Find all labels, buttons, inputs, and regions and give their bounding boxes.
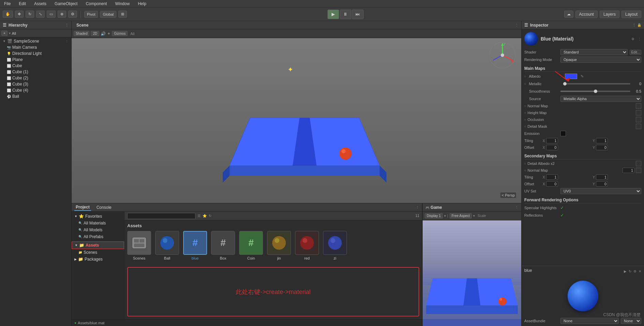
hier-cube[interactable]: ⬜ Cube — [4, 63, 71, 69]
transform-tool-btn[interactable]: ⊕ — [58, 11, 66, 18]
favorites-item[interactable]: ▼ ⭐ Favorites — [72, 213, 124, 220]
project-panel-options[interactable]: ⋮ — [416, 205, 419, 209]
all-models-item[interactable]: 🔍 All Models — [76, 227, 124, 233]
hierarchy-content[interactable]: ▼ 🎬 SampleScene ⋮ 📷 Main Camera 💡 Direct… — [0, 37, 71, 326]
source-select[interactable]: Metallic Alpha — [560, 96, 641, 102]
asset-blue[interactable]: # blue — [183, 231, 207, 260]
hierarchy-add-btn[interactable]: + — [1, 31, 8, 36]
hier-ball[interactable]: ⚽ Ball — [4, 93, 71, 99]
sec-offset-y-input[interactable] — [596, 181, 608, 187]
filter-btn[interactable]: ⭐ — [203, 214, 207, 218]
custom-tool-btn[interactable]: ⚙ — [68, 11, 77, 18]
asset-zi[interactable]: zi — [323, 231, 347, 260]
hier-plane[interactable]: ⬜ Plane — [4, 57, 71, 63]
scene-panel-options[interactable]: ⋮ — [515, 23, 518, 27]
asset-red[interactable]: red — [295, 231, 319, 260]
asset-box[interactable]: # Box — [211, 231, 235, 260]
metallic-slider-track[interactable] — [565, 83, 630, 84]
material-options-icon[interactable]: ⚙ — [631, 37, 634, 41]
preview-refresh-icon[interactable]: ↻ — [629, 269, 631, 273]
packages-item[interactable]: ▶ 📁 Packages — [72, 256, 124, 263]
sec-normal-thumb[interactable] — [636, 168, 641, 173]
all-materials-item[interactable]: 🔍 All Materials — [76, 220, 124, 227]
preview-play-icon[interactable]: ▶ — [624, 269, 627, 273]
offset-x-input[interactable] — [546, 145, 558, 150]
asset-ball[interactable]: Ball — [155, 231, 179, 260]
account-btn[interactable]: Account — [575, 11, 598, 18]
normal-map-thumb[interactable] — [636, 103, 641, 109]
menu-assets[interactable]: Assets — [33, 1, 48, 7]
play-btn[interactable]: ▶ — [327, 10, 339, 19]
hier-directional-light[interactable]: 💡 Directional Light — [4, 50, 71, 57]
cloud-btn[interactable]: ☁ — [564, 11, 573, 18]
rect-tool-btn[interactable]: ▭ — [47, 11, 56, 18]
metallic-slider-container[interactable]: 0 — [565, 82, 641, 86]
asset-coin[interactable]: # Coin — [239, 231, 263, 260]
menu-gameobject[interactable]: GameObject — [53, 1, 79, 7]
search-options[interactable]: ☰ — [197, 214, 201, 218]
rotate-tool-btn[interactable]: ↻ — [26, 11, 34, 18]
scene-tab[interactable]: Scene — [74, 22, 90, 28]
menu-file[interactable]: File — [3, 1, 12, 7]
menu-edit[interactable]: Edit — [17, 1, 27, 7]
material-lock-icon[interactable]: ⋮ — [638, 37, 641, 41]
hierarchy-options[interactable]: ⋮ — [65, 23, 69, 27]
2d-btn[interactable]: 2D — [91, 31, 99, 36]
reflections-checkbox[interactable]: ✓ — [560, 213, 564, 218]
menu-window[interactable]: Window — [114, 1, 131, 7]
hier-cube1[interactable]: ⬜ Cube (1) — [4, 69, 71, 75]
empty-area[interactable]: 此处右键->create->material — [127, 267, 419, 316]
smoothness-slider-track[interactable] — [560, 91, 630, 92]
move-tool-btn[interactable]: ✥ — [15, 11, 24, 18]
asset-scenes[interactable]: Scenes — [127, 231, 151, 260]
global-btn[interactable]: Global — [100, 11, 116, 18]
scene-options[interactable]: ⋮ — [65, 40, 69, 43]
detail-albedo-thumb[interactable] — [636, 161, 641, 166]
assetbundle-select[interactable]: None — [560, 318, 619, 324]
inspector-options[interactable]: ⋮ — [632, 23, 636, 27]
sec-normal-value-input[interactable] — [623, 168, 634, 173]
rendering-mode-select[interactable]: Opaque — [560, 57, 641, 63]
pause-btn[interactable]: ⏸ — [340, 10, 351, 19]
tiling-x-input[interactable] — [546, 138, 558, 143]
preview-options-icon[interactable]: ⚙ — [633, 269, 636, 273]
hier-cube2[interactable]: ⬜ Cube (2) — [4, 75, 71, 81]
scale-tool-btn[interactable]: ⤡ — [36, 11, 45, 18]
scenes-item[interactable]: 📁 Scenes — [76, 249, 124, 256]
sec-tiling-y-input[interactable] — [596, 174, 608, 180]
menu-help[interactable]: Help — [136, 1, 148, 7]
inspector-lock[interactable]: 🔒 — [637, 23, 641, 27]
hier-main-camera[interactable]: 📷 Main Camera — [4, 44, 71, 50]
scene-view[interactable]: ✦ — [72, 38, 521, 203]
project-tab[interactable]: Project — [74, 204, 91, 211]
tiling-y-input[interactable] — [596, 138, 608, 143]
pivot-btn[interactable]: Pivot — [84, 11, 98, 18]
layers-btn[interactable]: Layers — [600, 11, 619, 18]
albedo-picker-icon[interactable]: ✎ — [581, 74, 584, 79]
occlusion-thumb[interactable] — [636, 117, 641, 122]
assetbundle-variant-select[interactable]: None — [621, 318, 641, 324]
assets-item[interactable]: ▼ 📁 Assets — [72, 242, 124, 249]
emission-swatch[interactable] — [560, 131, 566, 136]
smoothness-slider-container[interactable]: 0.5 — [560, 89, 641, 93]
metallic-slider-thumb[interactable] — [563, 82, 567, 86]
asset-jin[interactable]: jin — [267, 231, 291, 260]
hier-scene[interactable]: ▼ 🎬 SampleScene ⋮ — [0, 38, 71, 44]
aspect-btn[interactable]: Free Aspect — [450, 213, 472, 218]
layout-btn[interactable]: Layout — [621, 11, 641, 18]
smoothness-slider-thumb[interactable] — [594, 90, 597, 93]
game-tab-label[interactable]: 🎮 Game — [425, 205, 442, 210]
shader-select[interactable]: Standard — [560, 49, 628, 55]
menu-component[interactable]: Component — [84, 1, 108, 7]
sec-offset-x-input[interactable] — [546, 181, 558, 187]
shader-edit-btn[interactable]: Edit... — [630, 50, 641, 55]
hier-cube3[interactable]: ⬜ Cube (3) — [4, 81, 71, 87]
sec-tiling-x-input[interactable] — [546, 174, 558, 180]
display-btn[interactable]: Display 1 — [425, 213, 443, 218]
all-prefabs-item[interactable]: 🔍 All Prefabs — [76, 233, 124, 240]
hier-cube4[interactable]: ⬜ Cube (4) — [4, 87, 71, 93]
search-input[interactable] — [127, 213, 195, 219]
snap-btn[interactable]: ⊞ — [118, 11, 127, 18]
preview-close-icon[interactable]: ✕ — [639, 269, 641, 273]
specular-checkbox[interactable]: ✓ — [560, 205, 564, 210]
